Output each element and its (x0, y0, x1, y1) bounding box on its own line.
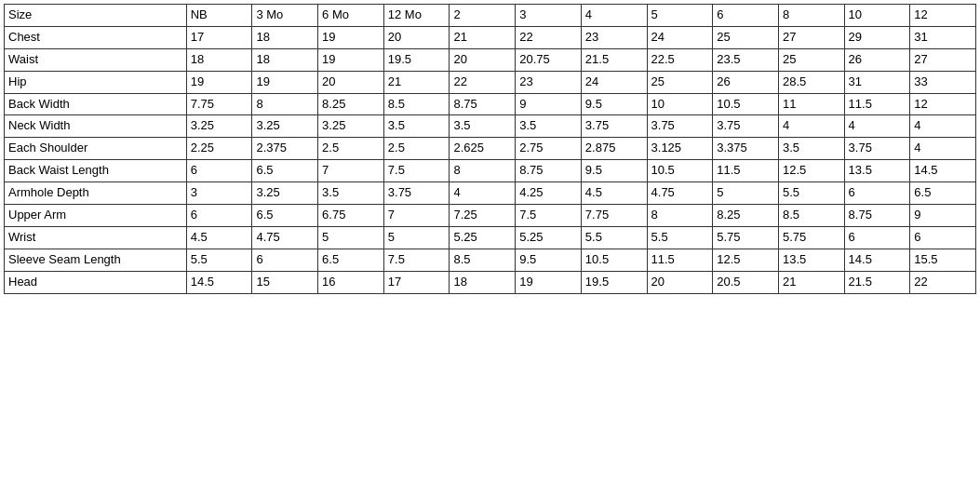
cell-r1-c11: 27 (910, 48, 976, 71)
cell-r8-c6: 7.75 (581, 205, 647, 227)
table-row: Head14.5151617181919.52020.52121.522 (5, 271, 976, 293)
header-col-2: 2 (450, 5, 516, 27)
cell-r5-c9: 3.5 (778, 138, 844, 160)
cell-r1-c4: 20 (450, 48, 516, 71)
cell-r7-c6: 4.5 (581, 182, 647, 205)
cell-r7-c10: 6 (844, 182, 910, 205)
cell-r9-c6: 5.5 (581, 226, 647, 249)
header-col-3-Mo: 3 Mo (252, 5, 318, 27)
row-label-11: Head (5, 271, 187, 293)
cell-r10-c1: 6 (252, 249, 318, 271)
cell-r5-c7: 3.125 (647, 138, 713, 160)
cell-r4-c9: 4 (778, 115, 844, 138)
cell-r5-c0: 2.25 (186, 138, 252, 160)
cell-r8-c5: 7.5 (516, 205, 582, 227)
cell-r10-c6: 10.5 (581, 249, 647, 271)
cell-r7-c2: 3.5 (318, 182, 384, 205)
cell-r5-c5: 2.75 (516, 138, 582, 160)
cell-r11-c4: 18 (450, 271, 516, 293)
cell-r10-c3: 7.5 (383, 249, 450, 271)
cell-r6-c9: 12.5 (778, 160, 844, 182)
cell-r0-c0: 17 (186, 26, 252, 48)
cell-r3-c11: 12 (910, 93, 976, 115)
cell-r2-c11: 33 (910, 71, 976, 93)
table-row: Sleeve Seam Length5.566.57.58.59.510.511… (5, 249, 976, 271)
cell-r3-c3: 8.5 (383, 93, 450, 115)
table-row: Upper Arm66.56.7577.257.57.7588.258.58.7… (5, 205, 976, 227)
cell-r11-c6: 19.5 (581, 271, 647, 293)
cell-r9-c7: 5.5 (647, 226, 713, 249)
table-row: Neck Width3.253.253.253.53.53.53.753.753… (5, 115, 976, 138)
cell-r3-c1: 8 (252, 93, 318, 115)
cell-r4-c0: 3.25 (186, 115, 252, 138)
row-label-0: Chest (5, 26, 187, 48)
cell-r6-c11: 14.5 (910, 160, 976, 182)
cell-r7-c3: 3.75 (383, 182, 450, 205)
cell-r2-c9: 28.5 (778, 71, 844, 93)
cell-r8-c0: 6 (186, 205, 252, 227)
header-col-12: 12 (910, 5, 976, 27)
table-row: Hip19192021222324252628.53133 (5, 71, 976, 93)
header-col-6: 6 (713, 5, 779, 27)
cell-r8-c2: 6.75 (318, 205, 384, 227)
cell-r11-c8: 20.5 (713, 271, 779, 293)
cell-r9-c5: 5.25 (516, 226, 582, 249)
cell-r11-c5: 19 (516, 271, 582, 293)
table-row: Chest171819202122232425272931 (5, 26, 976, 48)
header-col-NB: NB (186, 5, 252, 27)
cell-r3-c0: 7.75 (186, 93, 252, 115)
row-label-4: Neck Width (5, 115, 187, 138)
cell-r11-c2: 16 (318, 271, 384, 293)
cell-r2-c4: 22 (450, 71, 516, 93)
table-row: Waist18181919.52020.7521.522.523.5252627 (5, 48, 976, 71)
cell-r3-c4: 8.75 (450, 93, 516, 115)
cell-r7-c7: 4.75 (647, 182, 713, 205)
cell-r0-c9: 27 (778, 26, 844, 48)
cell-r5-c11: 4 (910, 138, 976, 160)
cell-r6-c7: 10.5 (647, 160, 713, 182)
sizing-table-container: SizeNB3 Mo6 Mo12 Mo2345681012Chest171819… (0, 0, 980, 298)
row-label-6: Back Waist Length (5, 160, 187, 182)
cell-r4-c8: 3.75 (713, 115, 779, 138)
cell-r7-c5: 4.25 (516, 182, 582, 205)
cell-r0-c4: 21 (450, 26, 516, 48)
cell-r6-c0: 6 (186, 160, 252, 182)
cell-r4-c3: 3.5 (383, 115, 450, 138)
cell-r11-c10: 21.5 (844, 271, 910, 293)
cell-r9-c11: 6 (910, 226, 976, 249)
cell-r4-c4: 3.5 (450, 115, 516, 138)
cell-r8-c9: 8.5 (778, 205, 844, 227)
header-size-label: Size (5, 5, 187, 27)
cell-r9-c9: 5.75 (778, 226, 844, 249)
cell-r1-c10: 26 (844, 48, 910, 71)
row-label-7: Armhole Depth (5, 182, 187, 205)
cell-r10-c5: 9.5 (516, 249, 582, 271)
cell-r9-c2: 5 (318, 226, 384, 249)
cell-r4-c10: 4 (844, 115, 910, 138)
cell-r5-c2: 2.5 (318, 138, 384, 160)
cell-r9-c3: 5 (383, 226, 450, 249)
cell-r1-c7: 22.5 (647, 48, 713, 71)
table-row: Back Waist Length66.577.588.759.510.511.… (5, 160, 976, 182)
cell-r2-c7: 25 (647, 71, 713, 93)
cell-r2-c8: 26 (713, 71, 779, 93)
cell-r3-c8: 10.5 (713, 93, 779, 115)
cell-r8-c8: 8.25 (713, 205, 779, 227)
cell-r0-c2: 19 (318, 26, 384, 48)
cell-r5-c10: 3.75 (844, 138, 910, 160)
cell-r11-c0: 14.5 (186, 271, 252, 293)
cell-r3-c5: 9 (516, 93, 582, 115)
cell-r9-c8: 5.75 (713, 226, 779, 249)
cell-r7-c8: 5 (713, 182, 779, 205)
cell-r10-c10: 14.5 (844, 249, 910, 271)
table-row: Each Shoulder2.252.3752.52.52.6252.752.8… (5, 138, 976, 160)
cell-r0-c3: 20 (383, 26, 450, 48)
cell-r2-c10: 31 (844, 71, 910, 93)
cell-r8-c10: 8.75 (844, 205, 910, 227)
cell-r8-c4: 7.25 (450, 205, 516, 227)
cell-r6-c5: 8.75 (516, 160, 582, 182)
cell-r6-c2: 7 (318, 160, 384, 182)
header-col-8: 8 (778, 5, 844, 27)
cell-r3-c6: 9.5 (581, 93, 647, 115)
cell-r11-c11: 22 (910, 271, 976, 293)
